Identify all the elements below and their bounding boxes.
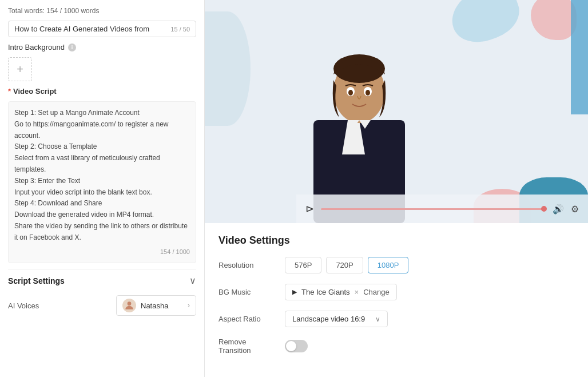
right-panel: ⊳ 🔊 ⚙ Video Settings Resolution 576P 720…: [205, 0, 588, 377]
volume-icon[interactable]: 🔊: [553, 204, 564, 215]
aspect-ratio-label: Aspect Ratio: [218, 315, 276, 323]
intro-background-label: Intro Background: [8, 43, 65, 51]
avatar: [122, 299, 136, 312]
voice-name: Natasha: [141, 301, 183, 310]
aspect-ratio-value: Landscape video 16:9: [292, 315, 371, 323]
ai-voices-label: AI Voices: [8, 301, 39, 310]
left-panel: Total words: 154 / 1000 words How to Cre…: [0, 0, 205, 377]
video-controls: ⊳ 🔊 ⚙: [296, 195, 588, 223]
blob-blue-top: [444, 0, 526, 50]
voice-selector[interactable]: Natasha ›: [116, 295, 196, 316]
progress-dot: [541, 206, 547, 212]
add-background-button[interactable]: +: [8, 57, 32, 81]
remove-transition-label: Remove Transition: [218, 338, 276, 355]
video-settings-section: Video Settings Resolution 576P 720P 1080…: [205, 223, 588, 377]
bg-music-player[interactable]: ▶ The Ice Giants × Change: [285, 284, 397, 300]
resolution-buttons: 576P 720P 1080P: [285, 257, 408, 273]
remove-transition-toggle[interactable]: [285, 340, 308, 352]
blob-left: [205, 11, 251, 126]
ai-voices-row: AI Voices Natasha ›: [8, 292, 196, 319]
word-count-label: Total words: 154 / 1000 words: [8, 7, 196, 15]
svg-point-0: [128, 301, 132, 305]
resolution-720p[interactable]: 720P: [326, 257, 363, 273]
remove-transition-row: Remove Transition: [218, 338, 574, 355]
toggle-knob: [286, 341, 296, 351]
blob-pink-tr: [531, 0, 577, 40]
settings-icon[interactable]: ⚙: [571, 204, 579, 215]
title-input-row[interactable]: How to Create AI Generated Videos from 1…: [8, 21, 196, 37]
resolution-row: Resolution 576P 720P 1080P: [218, 257, 574, 273]
svg-point-9: [365, 90, 370, 96]
music-play-icon[interactable]: ▶: [292, 288, 297, 296]
presenter-image: [296, 29, 422, 223]
script-settings-chevron[interactable]: ∨: [189, 275, 196, 286]
play-icon[interactable]: ⊳: [305, 203, 314, 215]
title-input-text: How to Create AI Generated Videos from: [14, 25, 166, 33]
title-char-count: 15 / 50: [170, 26, 190, 33]
aspect-ratio-select[interactable]: Landscape video 16:9 ∨: [285, 311, 388, 327]
intro-bg-info-icon[interactable]: i: [68, 43, 76, 51]
video-script-asterisk: *: [8, 87, 11, 96]
script-settings-title: Script Settings: [8, 276, 65, 285]
resolution-576p[interactable]: 576P: [285, 257, 321, 273]
script-text: Step 1: Set up a Mango Animate Account G…: [14, 108, 190, 244]
resolution-label: Resolution: [218, 261, 276, 269]
script-settings-section: Script Settings ∨: [8, 269, 196, 286]
music-change-button[interactable]: Change: [363, 288, 390, 296]
blob-blue-line: [571, 0, 588, 114]
svg-point-8: [348, 90, 353, 96]
video-script-title: Video Script: [13, 87, 57, 96]
video-script-header: * Video Script: [8, 87, 196, 96]
video-settings-title: Video Settings: [218, 235, 574, 247]
script-textarea[interactable]: Step 1: Set up a Mango Animate Account G…: [8, 101, 196, 263]
resolution-1080p[interactable]: 1080P: [368, 257, 409, 273]
preview-area: ⊳ 🔊 ⚙: [205, 0, 588, 223]
intro-background-section: Intro Background i: [8, 43, 196, 51]
voice-arrow-icon: ›: [188, 301, 190, 309]
bg-music-label: BG Music: [218, 288, 276, 296]
aspect-ratio-chevron-icon: ∨: [375, 315, 380, 323]
music-title: The Ice Giants: [301, 288, 350, 296]
progress-bar-fill: [321, 208, 546, 210]
progress-bar[interactable]: [321, 208, 546, 210]
bg-music-row: BG Music ▶ The Ice Giants × Change: [218, 284, 574, 300]
aspect-ratio-row: Aspect Ratio Landscape video 16:9 ∨: [218, 311, 574, 327]
music-close-icon[interactable]: ×: [355, 288, 359, 296]
script-char-count: 154 / 1000: [14, 247, 190, 257]
